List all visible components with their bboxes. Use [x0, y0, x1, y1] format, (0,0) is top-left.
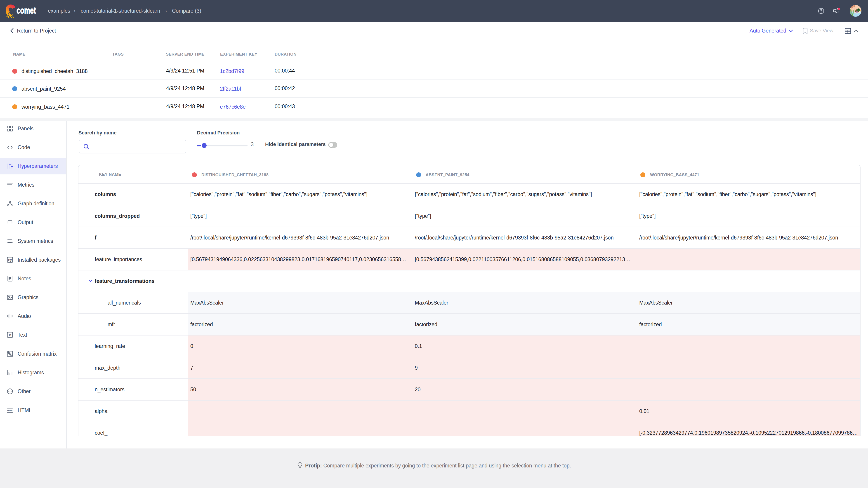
svg-text:HTML: HTML: [7, 409, 13, 412]
svg-text:Tt: Tt: [8, 333, 11, 337]
svg-text:Py: Py: [8, 258, 12, 262]
svg-text:comet: comet: [17, 5, 36, 15]
